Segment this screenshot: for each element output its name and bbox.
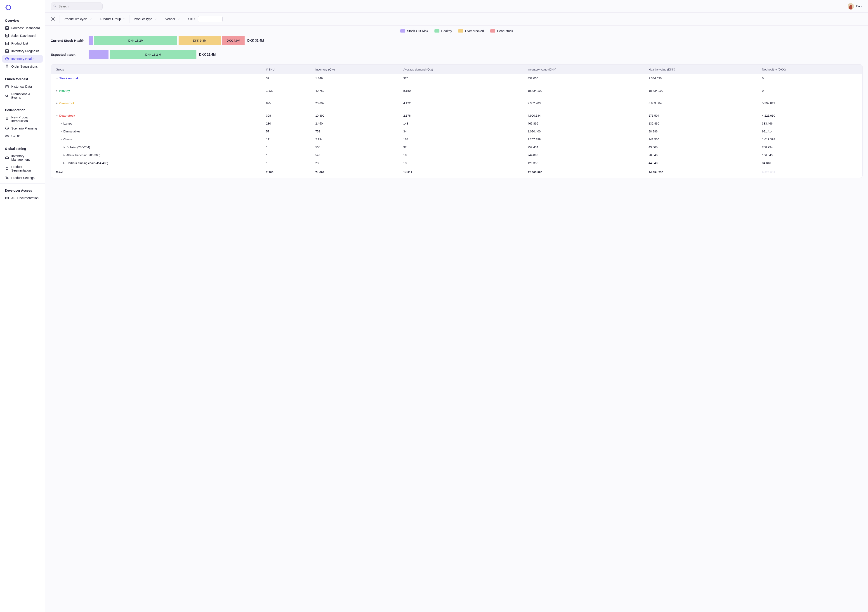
svg-rect-31 <box>6 158 7 158</box>
table-row[interactable]: > Lamps2302.450143465.896132.430333.466 <box>51 119 862 127</box>
bar-segment[interactable] <box>88 50 108 59</box>
data-cell: 252.434 <box>525 143 646 151</box>
avatar[interactable] <box>848 3 854 9</box>
data-cell: 1.130 <box>264 87 313 95</box>
group-cell[interactable]: > Alterix bar chair (200-305) <box>51 151 264 159</box>
group-cell[interactable]: > Boheim (200-204) <box>51 143 264 151</box>
table-row[interactable]: > Dead-stock39810.8902.1784.900.534675.5… <box>51 112 862 119</box>
sidebar-item-inventory-management[interactable]: Inventory Management <box>2 152 43 163</box>
data-cell: 20.609 <box>313 99 401 107</box>
search-icon <box>53 4 57 8</box>
legend-item: Dead-stock <box>490 29 513 33</box>
legend-label: Over-stocked <box>465 29 484 33</box>
total-cell: 14.819 <box>401 167 525 178</box>
legend-item: Healthy <box>434 29 452 33</box>
group-cell[interactable]: > Chairs <box>51 135 264 143</box>
table-header[interactable]: # SKU <box>264 65 313 74</box>
table-row[interactable]: > Chairs1112.7941681.257.399241.5051.019… <box>51 135 862 143</box>
bar-segment[interactable]: DKK 18.2 M <box>110 50 197 59</box>
data-cell: 2.794 <box>313 135 401 143</box>
table-row[interactable]: > Healthy1.13040.7508.15018.434.10918.43… <box>51 87 862 95</box>
svg-point-36 <box>8 169 8 170</box>
sidebar-item-label: Promotions & Events <box>11 92 40 99</box>
data-cell: 235 <box>313 159 401 167</box>
search-input[interactable] <box>51 3 102 10</box>
bar-segment[interactable]: DKK 18.2M <box>94 36 177 45</box>
table-row[interactable]: > Dining tables57752341.090.40098.986991… <box>51 127 862 135</box>
sidebar-item-order-suggestions[interactable]: Order Suggestions <box>2 63 43 70</box>
table-row[interactable]: > Alterix bar chair (200-305)154318244.8… <box>51 151 862 159</box>
group-cell[interactable]: > Stock out risk <box>51 74 264 82</box>
sidebar-item-historical-data[interactable]: Historical Data <box>2 83 43 90</box>
table-header[interactable]: Average demand (Qty) <box>401 65 525 74</box>
data-cell: 244.883 <box>525 151 646 159</box>
chevron-down-icon <box>123 18 126 20</box>
warehouse-icon <box>5 156 9 160</box>
sidebar-item-forecast-dashboard[interactable]: Forecast Dashboard <box>2 24 43 32</box>
table-header[interactable]: Group <box>51 65 264 74</box>
table-row[interactable]: > Harbour dinning chair (454-403)1235131… <box>51 159 862 167</box>
data-cell: 0 <box>759 87 862 95</box>
sidebar-item-product-list[interactable]: Product List <box>2 40 43 47</box>
filter-lifecycle[interactable]: Product life cycle <box>59 15 96 23</box>
sidebar-item-promotions-events[interactable]: Promotions & Events <box>2 90 43 101</box>
table-header[interactable]: Not healthy (DKK) <box>759 65 862 74</box>
table-header[interactable]: Inventory (Qty) <box>313 65 401 74</box>
sidebar-item-inventory-health[interactable]: Inventory Health <box>2 55 43 63</box>
table-row[interactable]: > Over-stock82520.6094.1229.302.9033.903… <box>51 99 862 107</box>
svg-line-41 <box>56 6 56 7</box>
sidebar-item-new-product-introduction[interactable]: New Product Introduction <box>2 114 43 124</box>
sidebar-item-sales-dashboard[interactable]: Sales Dashboard <box>2 32 43 40</box>
group-cell[interactable]: > Harbour dinning chair (454-403) <box>51 159 264 167</box>
group-cell[interactable]: > Lamps <box>51 119 264 127</box>
filter-product-group[interactable]: Product Group <box>96 15 130 23</box>
sidebar-item-inventory-prognosis[interactable]: Inventory Prognosis <box>2 47 43 55</box>
sidebar-item-label: Sales Dashboard <box>11 34 36 37</box>
reset-filters-button[interactable] <box>51 17 55 21</box>
group-cell[interactable]: > Healthy <box>51 87 264 95</box>
logo-icon <box>5 4 12 11</box>
filter-label: Product Group <box>100 17 121 21</box>
group-cell[interactable]: > Dead-stock <box>51 112 264 119</box>
bar-segment[interactable]: DKK 4.9M <box>222 36 245 45</box>
language-select[interactable]: En <box>856 5 863 8</box>
data-cell: 398 <box>264 112 313 119</box>
filter-label: Vendor <box>165 17 175 21</box>
data-cell: 111 <box>264 135 313 143</box>
data-cell: 18 <box>401 151 525 159</box>
scale-icon <box>5 134 9 138</box>
filter-product-type[interactable]: Product Type <box>130 15 161 23</box>
bar-segment[interactable] <box>88 36 93 45</box>
calendar-icon <box>5 85 9 88</box>
bar-segment[interactable]: DKK 9.3M <box>178 36 221 45</box>
table-row[interactable]: > Stock out risk321.849370832.0502.344.5… <box>51 74 862 82</box>
legend-label: Stock-Out Risk <box>407 29 428 33</box>
chart-bar-icon <box>5 26 9 30</box>
svg-rect-23 <box>6 85 8 88</box>
group-cell[interactable]: > Over-stock <box>51 99 264 107</box>
sidebar-item-product-segmentation[interactable]: Product Segmentation <box>2 163 43 174</box>
app-logo[interactable] <box>0 0 45 14</box>
sidebar-item-api-documentation[interactable]: API Documentation <box>2 194 43 202</box>
table-header[interactable]: Healthy value (DKK) <box>646 65 759 74</box>
group-cell[interactable]: > Dining tables <box>51 127 264 135</box>
data-cell: 752 <box>313 127 401 135</box>
data-cell: 991.414 <box>759 127 862 135</box>
total-cell: 74.098 <box>313 167 401 178</box>
sidebar-item-product-settings[interactable]: Product Settings <box>2 174 43 182</box>
total-cell: 2.385 <box>264 167 313 178</box>
sku-input[interactable] <box>198 16 223 22</box>
data-cell: 0 <box>759 74 862 82</box>
data-cell: 5.399.819 <box>759 99 862 107</box>
table-row[interactable]: > Boheim (200-204)156032252.43443.500208… <box>51 143 862 151</box>
table-header[interactable]: Inventory value (DKK) <box>525 65 646 74</box>
filter-vendor[interactable]: Vendor <box>161 15 184 23</box>
check-badge-icon <box>5 57 9 61</box>
data-cell: 13 <box>401 159 525 167</box>
sidebar-section-title: Global setting <box>0 144 45 152</box>
clipboard-icon <box>5 64 9 68</box>
data-cell: 40.750 <box>313 87 401 95</box>
stock-health-chart: Current Stock HealthDKK 18.2MDKK 9.3MDKK… <box>51 36 863 59</box>
sidebar-item-s-op[interactable]: S&OP <box>2 132 43 140</box>
sidebar-item-scenario-planning[interactable]: Scenario Planning <box>2 124 43 132</box>
